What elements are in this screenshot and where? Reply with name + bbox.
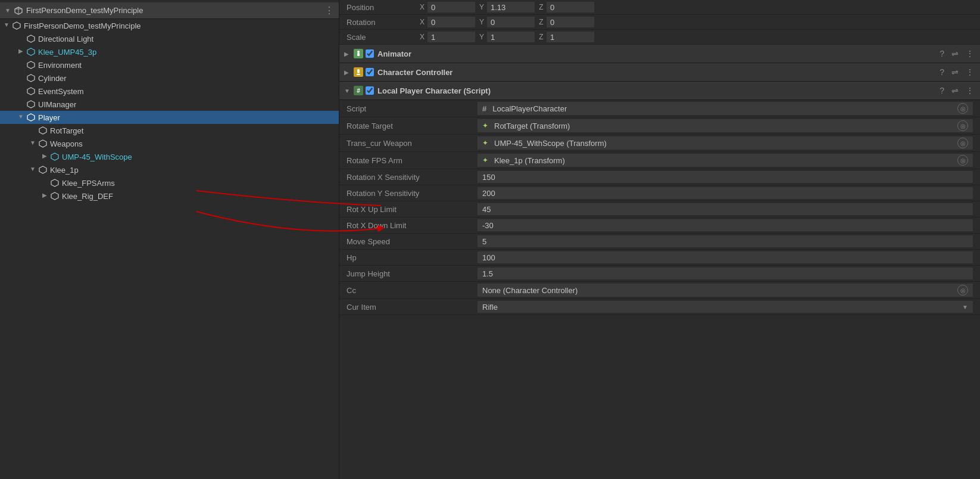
tree-item-rottarget[interactable]: RotTarget bbox=[0, 124, 339, 137]
rotation-z-input[interactable] bbox=[547, 17, 594, 27]
trans-weapon-select-btn[interactable]: ◎ bbox=[957, 138, 968, 148]
field-value-rot-x-down[interactable] bbox=[477, 219, 973, 231]
tree-item-klee-ump[interactable]: Klee_UMP45_3p bbox=[0, 45, 339, 58]
field-value-jump-height[interactable] bbox=[477, 268, 973, 279]
position-x-input[interactable] bbox=[427, 2, 475, 13]
position-z-input[interactable] bbox=[547, 2, 594, 13]
tree-item-klee1p[interactable]: Klee_1p bbox=[0, 163, 339, 176]
scale-fields: X Y Z bbox=[418, 32, 973, 42]
hierarchy-panel: ▼ FirstPersonDemo_testMyPrinciple ⋮ Firs… bbox=[0, 0, 339, 479]
value-cur-item: Rifle bbox=[482, 303, 498, 312]
svg-marker-12 bbox=[39, 140, 46, 147]
tree-item-root[interactable]: FirstPersonDemo_testMyPrinciple bbox=[0, 19, 339, 32]
tree-item-cylinder[interactable]: Cylinder bbox=[0, 71, 339, 85]
scale-y-letter: Y bbox=[477, 33, 486, 41]
tree-item-player[interactable]: Player bbox=[0, 111, 339, 124]
hierarchy-menu-icon[interactable]: ⋮ bbox=[324, 5, 334, 16]
field-row-trans-weapon: Trans_cur Weapon ✦ UMP-45_WithScope (Tra… bbox=[339, 135, 980, 152]
field-label-rot-x-down: Rot X Down Limit bbox=[347, 221, 477, 230]
rotation-x-input[interactable] bbox=[427, 17, 475, 27]
tree-item-environment[interactable]: Environment bbox=[0, 58, 339, 71]
value-trans-weapon: UMP-45_WithScope (Transform) bbox=[494, 139, 607, 148]
scale-z-input[interactable] bbox=[547, 32, 594, 42]
tree-arrow-kleefpsarms bbox=[40, 179, 49, 187]
input-rot-y-sens[interactable] bbox=[482, 189, 968, 198]
field-row-cur-item: Cur Item Rifle ▼ bbox=[339, 299, 980, 315]
field-value-cur-item[interactable]: Rifle ▼ bbox=[477, 301, 973, 313]
cube-icon-environment bbox=[26, 60, 36, 70]
field-value-rot-x-up[interactable] bbox=[477, 203, 973, 215]
tree-item-ump45[interactable]: UMP-45_WithScope bbox=[0, 150, 339, 163]
input-jump-height[interactable] bbox=[482, 269, 968, 278]
charctrl-arrow: ▶ bbox=[344, 69, 350, 76]
script-sliders-icon[interactable]: ⇌ bbox=[950, 85, 960, 97]
input-rot-x-down[interactable] bbox=[482, 221, 968, 230]
scale-x-input[interactable] bbox=[427, 32, 475, 42]
field-value-hp[interactable] bbox=[477, 251, 973, 263]
charctrl-dots-icon[interactable]: ⋮ bbox=[965, 66, 975, 78]
input-rot-x-sens[interactable] bbox=[482, 173, 968, 182]
hierarchy-collapse-arrow[interactable]: ▼ bbox=[5, 7, 11, 14]
rotate-fps-arm-select-btn[interactable]: ◎ bbox=[957, 155, 968, 166]
scale-z-group: Z bbox=[537, 32, 594, 42]
tree-arrow-uimanager bbox=[17, 100, 25, 108]
hierarchy-header: ▼ FirstPersonDemo_testMyPrinciple ⋮ bbox=[0, 2, 339, 19]
tree-label-player: Player bbox=[38, 113, 60, 122]
tree-item-uimanager[interactable]: UIManager bbox=[0, 98, 339, 111]
field-value-move-speed[interactable] bbox=[477, 235, 973, 247]
svg-marker-5 bbox=[27, 48, 35, 55]
tree-item-dirlight[interactable]: Directional Light bbox=[0, 32, 339, 45]
animator-header[interactable]: ▶ Animator ? ⇌ ⋮ bbox=[339, 45, 980, 63]
value-cc: None (Character Controller) bbox=[482, 286, 578, 295]
tree-label-environment: Environment bbox=[38, 61, 82, 70]
svg-marker-8 bbox=[27, 88, 35, 95]
cube-icon-root bbox=[12, 21, 21, 30]
charctrl-header[interactable]: ▶ Character Controller ? ⇌ ⋮ bbox=[339, 63, 980, 82]
tree-item-eventsystem[interactable]: EventSystem bbox=[0, 85, 339, 98]
field-value-rot-y-sens[interactable] bbox=[477, 187, 973, 199]
field-row-jump-height: Jump Height bbox=[339, 266, 980, 282]
field-label-rotate-fps-arm: Rotate FPS Arm bbox=[347, 156, 477, 165]
tree-item-kleefpsarms[interactable]: Klee_FPSArms bbox=[0, 176, 339, 189]
tree-label-klee-ump: Klee_UMP45_3p bbox=[38, 48, 96, 57]
script-select-btn[interactable]: ◎ bbox=[957, 103, 968, 114]
scale-y-input[interactable] bbox=[487, 32, 535, 42]
input-rot-x-up[interactable] bbox=[482, 205, 968, 214]
animator-dots-icon[interactable]: ⋮ bbox=[965, 48, 975, 60]
rotation-y-letter: Y bbox=[477, 18, 486, 26]
script-title: Local Player Character (Script) bbox=[377, 86, 938, 95]
field-value-cc: None (Character Controller) ◎ bbox=[477, 284, 973, 297]
field-value-trans-weapon: ✦ UMP-45_WithScope (Transform) ◎ bbox=[477, 136, 973, 150]
tree-label-dirlight: Directional Light bbox=[38, 35, 93, 43]
svg-marker-13 bbox=[51, 153, 58, 160]
charctrl-checkbox[interactable] bbox=[366, 68, 374, 76]
input-hp[interactable] bbox=[482, 253, 968, 262]
tree-item-klerig[interactable]: Klee_Rig_DEF bbox=[0, 189, 339, 203]
position-y-input[interactable] bbox=[487, 2, 535, 13]
animator-sliders-icon[interactable]: ⇌ bbox=[950, 48, 960, 60]
rotate-target-select-btn[interactable]: ◎ bbox=[957, 120, 968, 131]
cur-item-dropdown-arrow: ▼ bbox=[962, 304, 968, 310]
tree-label-rottarget: RotTarget bbox=[50, 126, 83, 135]
cube-icon-uimanager bbox=[26, 99, 36, 109]
svg-rect-20 bbox=[357, 74, 360, 75]
rotation-y-input[interactable] bbox=[487, 17, 535, 27]
script-header[interactable]: ▼ # Local Player Character (Script) ? ⇌ … bbox=[339, 82, 980, 100]
svg-marker-14 bbox=[39, 166, 46, 173]
position-z-letter: Z bbox=[537, 3, 545, 11]
field-value-rot-x-sens[interactable] bbox=[477, 171, 973, 183]
animator-checkbox[interactable] bbox=[366, 49, 374, 58]
field-label-cur-item: Cur Item bbox=[347, 303, 477, 312]
animator-icon bbox=[354, 49, 363, 58]
script-dots-icon[interactable]: ⋮ bbox=[965, 85, 975, 97]
input-move-speed[interactable] bbox=[482, 237, 968, 246]
animator-question-icon[interactable]: ? bbox=[938, 48, 945, 60]
script-checkbox[interactable] bbox=[366, 86, 374, 95]
charctrl-question-icon[interactable]: ? bbox=[938, 66, 945, 78]
tree-item-weapons[interactable]: Weapons bbox=[0, 137, 339, 150]
script-question-icon[interactable]: ? bbox=[938, 85, 945, 97]
cc-select-btn[interactable]: ◎ bbox=[957, 285, 968, 296]
charctrl-sliders-icon[interactable]: ⇌ bbox=[950, 66, 960, 78]
tree-label-eventsystem: EventSystem bbox=[38, 87, 84, 96]
svg-rect-18 bbox=[357, 53, 360, 56]
